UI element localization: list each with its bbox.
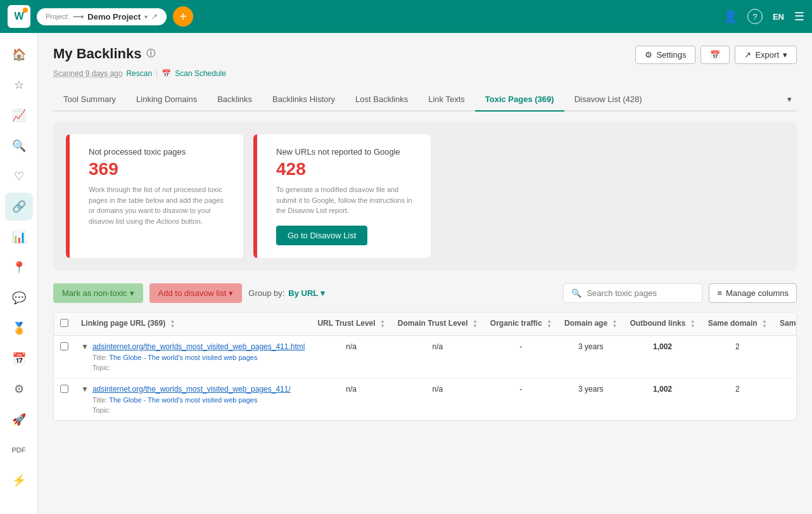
- tab-linking-domains[interactable]: Linking Domains: [126, 88, 207, 112]
- stat-label-1: Not processed toxic pages: [89, 147, 228, 157]
- row2-checkbox[interactable]: [60, 385, 68, 393]
- settings-button[interactable]: ⚙ Settings: [635, 46, 695, 64]
- tab-lost-backlinks[interactable]: Lost Backlinks: [345, 88, 418, 112]
- search-box[interactable]: 🔍: [563, 283, 702, 303]
- sidebar-item-barchart[interactable]: 📊: [5, 223, 33, 251]
- col-checkbox: [54, 312, 75, 336]
- manage-columns-button[interactable]: ≡ Manage columns: [709, 283, 797, 303]
- header-actions: ⚙ Settings 📅 ↗ Export ▾: [635, 46, 797, 64]
- tab-toxic-pages[interactable]: Toxic Pages (369): [475, 88, 564, 112]
- tab-link-texts[interactable]: Link Texts: [418, 88, 475, 112]
- tab-tool-summary[interactable]: Tool Summary: [53, 88, 126, 112]
- sidebar-item-analytics[interactable]: 📈: [5, 101, 33, 129]
- table-row: ▼ adsinternet.org/the_worlds_most_visite…: [54, 378, 797, 420]
- menu-icon[interactable]: ☰: [794, 10, 804, 23]
- add-project-button[interactable]: +: [173, 6, 193, 27]
- data-table: Linking page URL (369) ▲▼ URL Trust Leve…: [54, 312, 797, 420]
- col-organic-traffic[interactable]: Organic traffic ▲▼: [484, 312, 558, 336]
- sort-domain-trust-icon[interactable]: ▲▼: [473, 319, 478, 329]
- search-input[interactable]: [587, 288, 694, 298]
- scan-info: Scanned 9 days ago Rescan | 📅 Scan Sched…: [53, 69, 797, 78]
- columns-icon: ≡: [717, 288, 722, 298]
- row1-expand-icon[interactable]: ▼: [81, 342, 89, 351]
- sort-domain-age-icon[interactable]: ▲▼: [612, 319, 617, 329]
- tab-more-icon[interactable]: ▾: [782, 88, 797, 110]
- data-table-container: Linking page URL (369) ▲▼ URL Trust Leve…: [53, 312, 797, 421]
- col-url-trust[interactable]: URL Trust Level ▲▼: [311, 312, 391, 336]
- row2-expand-icon[interactable]: ▼: [81, 385, 89, 394]
- table-row: ▼ adsinternet.org/the_worlds_most_visite…: [54, 335, 797, 378]
- sidebar-item-home[interactable]: 🏠: [5, 41, 33, 68]
- project-label: Project:: [46, 13, 69, 20]
- go-to-disavow-button[interactable]: Go to Disavow List: [276, 226, 367, 245]
- rescan-link[interactable]: Rescan: [126, 69, 152, 78]
- group-by-select[interactable]: By URL ▾: [288, 288, 325, 298]
- sort-url-icon[interactable]: ▲▼: [170, 319, 175, 329]
- sidebar-item-search[interactable]: 🔍: [5, 132, 33, 160]
- project-name: Demo Project: [87, 12, 141, 22]
- col-outbound-links[interactable]: Outbound links ▲▼: [623, 312, 701, 336]
- sidebar-item-lightning[interactable]: ⚡: [5, 466, 33, 494]
- row2-same-subnet: 400: [773, 378, 797, 420]
- tab-backlinks[interactable]: Backlinks: [207, 88, 262, 112]
- search-icon: 🔍: [571, 288, 581, 298]
- sort-url-trust-icon[interactable]: ▲▼: [380, 319, 385, 329]
- export-chevron-icon: ▾: [783, 50, 787, 60]
- stat-number-1: 369: [89, 159, 228, 179]
- row1-domain-trust: n/a: [391, 335, 484, 378]
- project-dropdown-icon: ▾: [144, 13, 148, 20]
- project-selector[interactable]: Project: ⟶ Demo Project ▾ ↗: [37, 8, 167, 25]
- sidebar-item-location[interactable]: 📍: [5, 254, 33, 281]
- tab-disavow-list[interactable]: Disavow List (428): [564, 88, 652, 112]
- calendar-button[interactable]: 📅: [701, 46, 730, 64]
- row1-title-label: Title:: [92, 354, 107, 361]
- stat-number-2: 428: [276, 159, 416, 179]
- language-selector[interactable]: EN: [773, 12, 784, 22]
- sidebar-item-pdf[interactable]: PDF: [5, 436, 33, 464]
- col-domain-trust[interactable]: Domain Trust Level ▲▼: [391, 312, 484, 336]
- settings-gear-icon: ⚙: [645, 50, 652, 60]
- row1-topic-label: Topic:: [92, 364, 111, 371]
- col-same-subnet[interactable]: Same subnet ▲▼: [773, 312, 797, 336]
- sidebar-item-rocket[interactable]: 🚀: [5, 406, 33, 434]
- add-disavow-button[interactable]: Add to disavow list ▾: [149, 283, 243, 303]
- stat-desc-2: To generate a modified disavow file and …: [276, 184, 416, 216]
- row2-checkbox-cell: [54, 378, 75, 420]
- sidebar-item-backlinks[interactable]: 🔗: [5, 193, 33, 221]
- export-button[interactable]: ↗ Export ▾: [735, 46, 797, 64]
- mark-non-toxic-button[interactable]: Mark as non-toxic ▾: [53, 283, 143, 303]
- tab-backlinks-history[interactable]: Backlinks History: [262, 88, 345, 112]
- sidebar-item-favorites[interactable]: ☆: [5, 71, 33, 99]
- row1-url-link[interactable]: adsinternet.org/the_worlds_most_visited_…: [92, 342, 305, 351]
- project-open-icon[interactable]: ↗: [151, 12, 158, 21]
- row1-checkbox-cell: [54, 335, 75, 378]
- sort-outbound-icon[interactable]: ▲▼: [690, 319, 695, 329]
- sidebar-item-heart[interactable]: ♡: [5, 162, 33, 190]
- row2-outbound-links: 1,002: [623, 378, 701, 420]
- table-header-row: Linking page URL (369) ▲▼ URL Trust Leve…: [54, 312, 797, 336]
- title-help-icon[interactable]: ⓘ: [146, 48, 155, 60]
- help-icon[interactable]: ?: [747, 9, 763, 24]
- sort-same-domain-icon[interactable]: ▲▼: [762, 319, 767, 329]
- stat-label-2: New URLs not reported to Google: [276, 147, 416, 157]
- row2-title-label: Title:: [92, 396, 107, 404]
- stat-card-new-urls: New URLs not reported to Google 428 To g…: [253, 134, 431, 258]
- col-same-domain[interactable]: Same domain ▲▼: [702, 312, 773, 336]
- scan-schedule-link[interactable]: Scan Schedule: [175, 69, 226, 78]
- sidebar-item-settings[interactable]: ⚙: [5, 375, 33, 403]
- stats-section: Not processed toxic pages 369 Work throu…: [53, 122, 797, 271]
- calendar-icon: 📅: [710, 50, 720, 60]
- row1-checkbox[interactable]: [60, 342, 68, 350]
- sidebar-item-badge[interactable]: 🏅: [5, 314, 33, 342]
- sidebar-item-calendar[interactable]: 📅: [5, 345, 33, 373]
- row1-title-value: The Globe - The world's most visited web…: [109, 354, 257, 361]
- nav-right: 👤 ? EN ☰: [723, 9, 804, 24]
- user-icon[interactable]: 👤: [723, 10, 737, 23]
- col-url[interactable]: Linking page URL (369) ▲▼: [75, 312, 311, 336]
- sidebar-item-chat[interactable]: 💬: [5, 284, 33, 312]
- sort-organic-icon[interactable]: ▲▼: [547, 319, 552, 329]
- select-all-checkbox[interactable]: [60, 319, 68, 327]
- col-domain-age[interactable]: Domain age ▲▼: [558, 312, 623, 336]
- group-by-label: Group by:: [248, 288, 284, 298]
- row2-url-link[interactable]: adsinternet.org/the_worlds_most_visited_…: [92, 385, 291, 394]
